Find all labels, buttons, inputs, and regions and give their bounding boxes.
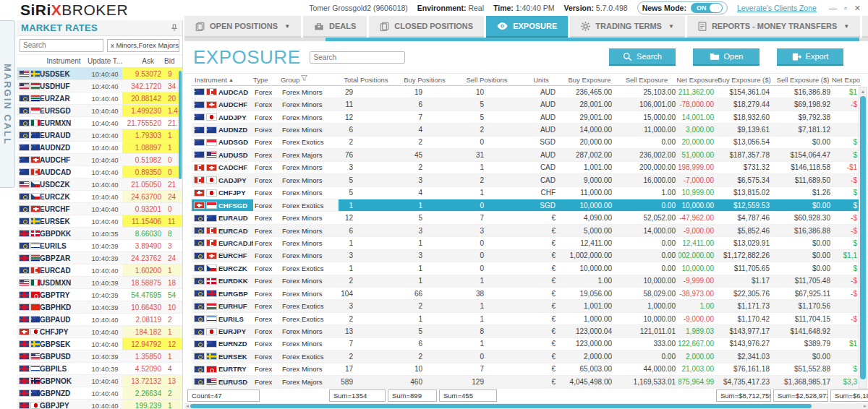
market-rate-row-audcad[interactable]: AUDCAD10:40:400.893500 [17, 166, 182, 178]
market-rate-row-audchf[interactable]: AUDCHF10:40:400.519820 [17, 154, 182, 166]
col-bid[interactable]: Bid [164, 57, 183, 65]
aud-flag-icon [19, 168, 30, 176]
exposure-row-eurils[interactable]: EURILSForexForex Exotics211€1,000.0010,0… [192, 313, 861, 325]
exposure-row-euraud[interactable]: EURAUDForexForex Minors1257€4,090.0052,0… [192, 212, 861, 224]
col-total-positions[interactable]: Total Positions [339, 74, 393, 85]
col-sell-exposure[interactable]: Sell Exposure [615, 74, 678, 85]
pin-icon[interactable] [171, 24, 178, 32]
market-rate-row-euraud[interactable]: EURAUD10:40:401.793031 [17, 129, 182, 142]
exposure-row-eurdkk[interactable]: EURDKKForexForex Minors211€1.0010,000.00… [192, 275, 861, 288]
tab-journal[interactable]: JOURNAL [862, 16, 868, 38]
tabstrip-scroll-thumb[interactable] [326, 38, 859, 41]
col-group[interactable]: Group [281, 74, 339, 85]
scroll-up-icon[interactable]: ▲ [859, 87, 867, 95]
clients-zone-link[interactable]: Leverate's Clients Zone [737, 4, 817, 12]
exposure-row-eurusd[interactable]: EURUSDForexForex Majors589460129€4,045,4… [192, 376, 861, 388]
exposure-row-chfjpy[interactable]: CHFJPYForexForex Minors541CHF11,000.001.… [192, 187, 861, 199]
market-rate-row-gbpusd[interactable]: GBPUSD10:40:391.358501 [17, 350, 182, 363]
col-net-expo[interactable]: Net Expo [833, 74, 859, 85]
exposure-row-eurnzd[interactable]: EURNZDForexForex Minors761€123,000.00333… [192, 338, 861, 350]
exposure-row-audusd[interactable]: AUDUSDForexForex Majors764531AUD287,002.… [192, 149, 861, 161]
minimize-icon[interactable]: — [829, 4, 837, 13]
market-rate-row-audnzd[interactable]: AUDNZD10:40:401.088971 [17, 142, 182, 154]
col-update-time[interactable]: Update T... ▼ [88, 57, 122, 65]
market-rate-row-eurcad[interactable]: EURCAD10:40:401.602001 [17, 264, 182, 277]
col-net-exposure[interactable]: Net Exposure [678, 74, 716, 85]
market-rate-row-chfjpy[interactable]: CHFJPY10:40:40184.1821 [17, 326, 182, 338]
market-rates-search-input[interactable] [20, 39, 103, 52]
col-sell-positions[interactable]: Sell Positions [456, 74, 518, 85]
scroll-right-icon[interactable]: ► [863, 403, 867, 409]
col-ask[interactable]: Ask [122, 57, 164, 65]
market-rate-row-usdsek[interactable]: USDSEK10:40:409.530729 [17, 68, 182, 80]
market-rate-row-eurczk[interactable]: EURCZK10:40:4024.6370024 [17, 191, 182, 203]
market-rates-filter-select[interactable]: x Minors,Forex Majors▼ [107, 39, 179, 52]
exposure-row-cadjpy[interactable]: CADJPYForexForex Minors532CAD9,000.0016,… [192, 174, 861, 186]
market-rate-row-gbptry[interactable]: GBPTRY10:40:3954.4769554 [17, 289, 182, 301]
horizontal-scroll-thumb[interactable] [190, 404, 812, 408]
exposure-row-eurjpy[interactable]: EURJPYForexForex Minors1358€123,000.0412… [192, 325, 861, 337]
market-rate-row-gbpils[interactable]: GBPILS10:40:394.520904 [17, 363, 182, 375]
market-rate-row-gbpaud[interactable]: GBPAUD10:40:402.081192 [17, 314, 182, 326]
exposure-row-eurcad-if[interactable]: EURCAD.IfForexForex Minors110€12,411.000… [192, 237, 861, 249]
market-rate-row-gbpjpy[interactable]: GBPJPY10:40:40199.2391 [17, 400, 182, 409]
close-icon[interactable]: ✕ [854, 4, 861, 13]
exposure-row-audnzd[interactable]: AUDNZDForexForex Minors642AUD14,000.0011… [192, 124, 861, 136]
vertical-scrollbar[interactable]: ▲ [859, 87, 867, 389]
market-rate-row-gbpnzd[interactable]: GBPNZD10:40:402.266342 [17, 387, 182, 400]
market-rate-row-gbpsek[interactable]: GBPSEK10:40:4012.9479212 [17, 338, 182, 350]
exposure-row-audsgd[interactable]: AUDSGDForexForex Exotics220SGD20,000.000… [192, 137, 861, 149]
col-sell-exposure-[interactable]: Sell Exposure ($) [773, 74, 833, 85]
market-rate-row-gbphkd[interactable]: GBPHKD10:40:3910.6643010 [17, 301, 182, 314]
exposure-row-eurczk[interactable]: EURCZKForexForex Exotics110€10,000.000.0… [192, 262, 861, 275]
col-instrument[interactable]: Instrument [40, 57, 88, 65]
search-button[interactable]: Search [609, 48, 676, 66]
market-rate-row-usdmxn[interactable]: USDMXN10:40:3918.5887518 [17, 277, 182, 289]
news-mode-toggle[interactable]: ON [691, 3, 723, 13]
tab-open-positions[interactable]: OPEN POSITIONS▼ [184, 16, 301, 38]
col-instrument[interactable]: Instrument ▲ [192, 74, 253, 85]
tab-trading-terms[interactable]: TRADING TERMS▼ [570, 16, 685, 38]
exposure-row-audjpy[interactable]: AUDJPYForexForex Minors1275AUD29,001.001… [192, 111, 861, 124]
exposure-row-audchf[interactable]: AUDCHFForexForex Minors1165AUD28,001.001… [192, 98, 861, 111]
margin-call-tab[interactable]: MARGIN CALL [0, 20, 15, 188]
vertical-scroll-thumb[interactable] [860, 96, 866, 379]
exposure-row-eurgbp[interactable]: EURGBPForexForex Minors1046638€19,056.00… [192, 288, 861, 300]
maximize-icon[interactable]: ▫ [844, 4, 847, 13]
export-button[interactable]: Export [777, 48, 843, 66]
exposure-row-eurtry[interactable]: EURTRYForexForex Minors17107€65,003.0044… [192, 363, 861, 376]
col-buy-exposure[interactable]: Buy Exposure [564, 74, 615, 85]
col-type[interactable]: Type [253, 74, 281, 85]
exposure-row-eurhuf[interactable]: EURHUFForexForex Exotics321€1,001.001,00… [192, 300, 861, 312]
market-rate-row-eursek[interactable]: EURSEK10:40:4011.1540611 [17, 215, 182, 228]
market-rate-row-eursgd[interactable]: EURSGD10:40:401.4992301.4 [17, 105, 182, 117]
market-rate-row-usdhuf[interactable]: USDHUF10:40:40342.172034 [17, 80, 182, 92]
col-units[interactable]: Units [518, 74, 564, 85]
exposure-row-eurcad[interactable]: EURCADForexForex Minors633€5,000.0014,00… [192, 225, 861, 237]
tab-exposure[interactable]: EXPOSURE [486, 16, 568, 38]
exposure-search-input[interactable] [310, 51, 405, 64]
market-rate-row-usdczk[interactable]: USDCZK10:40:4021.0505021 [17, 178, 182, 191]
tab-deals[interactable]: DEALS [303, 16, 367, 38]
market-rate-row-eurmxn[interactable]: EURMXN10:40:4021.75552021.7 [17, 117, 182, 129]
market-rate-row-eurils[interactable]: EURILS10:40:393.894903 [17, 240, 182, 252]
horizontal-scrollbar[interactable]: ◄ ► [184, 403, 868, 409]
market-rate-row-eurzar[interactable]: EURZAR10:40:4020.8814220 [17, 92, 182, 105]
market-rate-row-gbpzar[interactable]: GBPZAR10:40:3924.2376224 [17, 252, 182, 264]
exposure-row-audcad[interactable]: AUDCADForexForex Minors291910AUD236,465.… [192, 86, 861, 98]
scroll-left-icon[interactable]: ◄ [185, 403, 190, 409]
exposure-row-chfsgd[interactable]: CHFSGDForexForex Exotics110SGD10,000.000… [192, 199, 861, 212]
market-rates-scrollbar[interactable] [179, 71, 182, 179]
tab-closed-positions[interactable]: CLOSED POSITIONS [369, 16, 484, 38]
col-buy-exposure-[interactable]: Buy Exposure ($) [716, 74, 773, 85]
open-button[interactable]: Open [693, 48, 760, 66]
exposure-row-eurchf[interactable]: EURCHFForexForex Minors330€1,002,000.000… [192, 250, 861, 262]
market-rate-row-gbpnok[interactable]: GBPNOK10:40:4013.7213213 [17, 375, 182, 387]
exposure-row-eursek[interactable]: EURSEKForexForex Exotics220€2,000.000.00… [192, 350, 861, 363]
units-cell: € [518, 363, 564, 375]
col-buy-positions[interactable]: Buy Positions [393, 74, 456, 85]
market-rate-row-gbpdkk[interactable]: GBPDKK10:40:358.660308 [17, 228, 182, 240]
market-rate-row-eurchf[interactable]: EURCHF10:40:400.932010 [17, 203, 182, 215]
tab-reports-money-transfers[interactable]: REPORTS - MONEY TRANSFERS▼ [687, 16, 860, 38]
exposure-row-cadchf[interactable]: CADCHFForexForex Minors321CAD1,001.00200… [192, 162, 861, 174]
